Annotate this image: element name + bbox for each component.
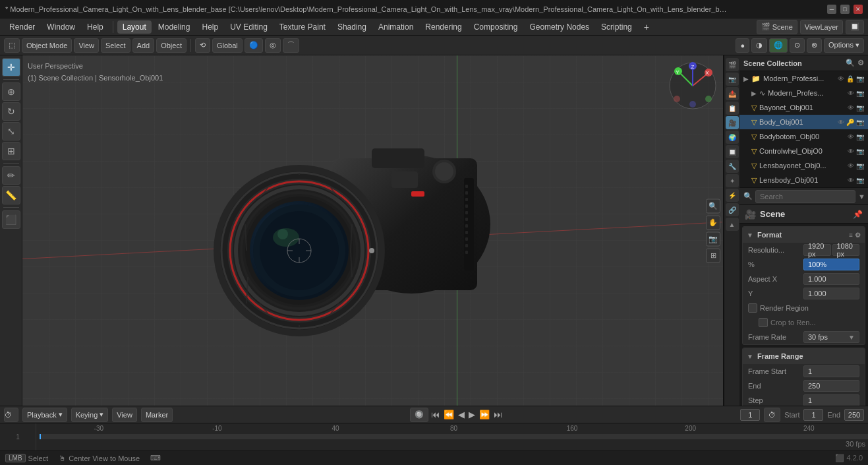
outliner-item-mesh-5[interactable]: ▽ Lensbayonet_Obj0... 👁 📷 [739,158,868,173]
menu-help[interactable]: Help [82,20,109,34]
frame-end-input[interactable]: 250 [844,409,864,421]
menu-rendering[interactable]: Rendering [420,20,467,34]
viewport-display-toggle[interactable]: ⬚ [4,38,20,53]
scene-selector[interactable]: 🎬Scene [757,20,797,34]
outliner-item-mesh-2[interactable]: ▽ Body_Obj001 👁 🔑 📷 [739,115,868,129]
format-list-icon[interactable]: ≡ [849,232,853,239]
play-reverse-button[interactable]: ◀ [457,410,466,419]
menu-texture-paint[interactable]: Texture Paint [274,20,331,34]
jump-to-end-button[interactable]: ⏭ [492,410,504,419]
timeline-ruler[interactable]: 1 -30 -10 40 80 160 200 240 30 fps [0,423,868,450]
pin-icon[interactable]: 📌 [853,210,863,219]
outliner-item-mesh-4[interactable]: ▽ Controlwhel_ObjO0 👁 📷 [739,144,868,158]
menu-window[interactable]: Window [42,20,80,34]
viewport-shading-solid[interactable]: ● [736,38,749,53]
props-icon-scene2[interactable]: 🎥 [726,116,739,129]
viewport-3d[interactable]: User Perspective (1) Scene Collection | … [22,55,723,406]
props-icon-scene[interactable]: 🎬 [726,58,739,71]
outliner-settings-icon[interactable]: ⚙ [857,59,864,67]
select-menu[interactable]: Select [101,38,130,53]
resolution-y-value[interactable]: 1080 px [832,244,860,256]
props-icon-view-layer[interactable]: 📋 [726,102,739,115]
view-menu[interactable]: View [74,38,99,53]
tool-scale[interactable]: ⤡ [2,122,20,140]
close-button[interactable]: ✕ [854,5,863,14]
menu-compositing[interactable]: Compositing [469,20,523,34]
menu-scripting[interactable]: Scripting [596,20,637,34]
render-region-checkbox[interactable] [748,303,757,313]
options-menu[interactable]: Options ▾ [824,38,864,53]
aspect-x-value[interactable]: 1.000 [803,273,859,285]
format-section-header[interactable]: ▼ Format ≡ ⚙ [743,227,865,243]
current-frame-input[interactable]: 1 [740,409,760,421]
viewport-shading-render[interactable]: 🌐 [769,38,788,53]
grid-view-icon[interactable]: ⊞ [706,248,720,263]
props-icon-world[interactable]: 🌍 [726,131,739,144]
timeline-loop-icon[interactable]: 🔘 [410,408,428,422]
transform-orientation[interactable]: Global [212,38,243,53]
camera-view-icon[interactable]: 📷 [706,232,720,246]
frame-start-value[interactable]: 1 [803,365,859,377]
outliner-item-mesh-3[interactable]: ▽ Bodybotom_Obj00 👁 📷 [739,129,868,144]
navigation-gizmo[interactable]: X Y Z [668,61,718,111]
frame-range-section-header[interactable]: ▼ Frame Range [743,348,865,364]
zoom-in-icon[interactable]: 🔍 [706,199,720,213]
resolution-pct-value[interactable]: 100% [803,259,859,270]
menu-animation[interactable]: Animation [373,20,419,34]
tool-rotate[interactable]: ↻ [2,102,20,121]
search-input[interactable] [755,190,855,203]
render-button[interactable]: 🔲 [846,20,864,34]
timeline-view-menu[interactable]: View [112,408,137,422]
tool-measure[interactable]: 📏 [2,186,20,204]
props-icon-constraints[interactable]: 🔗 [726,203,739,216]
tool-annotate[interactable]: ✏ [2,166,20,185]
props-icon-output[interactable]: 📤 [726,87,739,100]
tool-cursor[interactable]: ✛ [2,58,20,77]
prev-keyframe-button[interactable]: ⏪ [442,410,455,419]
outliner-item-mesh-6[interactable]: ▽ Lensbody_Obj001 👁 📷 [739,173,868,187]
proportional-edit[interactable]: ◎ [265,38,281,53]
outliner-item-mesh-1[interactable]: ▽ Bayonet_Obj001 👁 📷 [739,100,868,115]
pivot-point[interactable]: ⟲ [195,38,210,53]
crop-checkbox[interactable] [759,318,768,327]
mode-selector[interactable]: Object Mode [22,38,72,53]
tool-add-cube[interactable]: ⬛ [2,210,20,229]
next-keyframe-button[interactable]: ⏩ [478,410,491,419]
outliner-item-root-collection[interactable]: ▶ 📁 Modern_Professi... 👁 🔒 📷 [739,71,868,86]
end-value[interactable]: 250 [803,380,859,392]
aspect-y-value[interactable]: 1.000 [803,288,859,299]
xray-toggle[interactable]: ⊗ [807,38,822,53]
maximize-button[interactable]: □ [840,5,850,14]
tool-transform[interactable]: ⊞ [2,142,20,160]
format-settings-icon[interactable]: ⚙ [855,232,861,239]
frame-start-input[interactable]: 1 [803,409,823,421]
menu-layout[interactable]: Layout [117,20,152,34]
outliner-filter-icon[interactable]: 🔍 [846,59,855,67]
snap-toggle[interactable]: 🔵 [245,38,263,53]
menu-render[interactable]: Render [4,20,40,34]
props-icon-particles[interactable]: ✦ [726,174,739,187]
playback-menu[interactable]: Playback▾ [22,408,67,422]
play-button[interactable]: ▶ [467,410,477,419]
menu-uv-editing[interactable]: UV Editing [225,20,273,34]
menu-modeling[interactable]: Modeling [153,20,196,34]
props-icon-object[interactable]: 🔲 [726,145,739,158]
view-layer-selector[interactable]: ViewLayer [800,20,843,34]
props-icon-physics[interactable]: ⚡ [726,189,739,202]
props-icon-data[interactable]: ▲ [726,218,739,231]
viewport-shading-mat[interactable]: ◑ [751,38,767,53]
minimize-button[interactable]: ─ [827,5,836,14]
menu-add-workspace[interactable]: + [639,20,654,34]
overlay-toggle[interactable]: ⊙ [790,38,805,53]
hand-icon[interactable]: ✋ [706,215,720,230]
marker-menu[interactable]: Marker [141,408,173,422]
falloff-type[interactable]: ⌒ [283,38,299,53]
menu-shading[interactable]: Shading [332,20,372,34]
outliner-item-mesh-0[interactable]: ▶ ∿ Modern_Profes... 👁 📷 [739,86,868,100]
step-value[interactable]: 1 [803,394,859,406]
search-options-icon[interactable]: ▼ [858,193,865,201]
add-menu[interactable]: Add [132,38,155,53]
tool-move[interactable]: ⊕ [2,82,20,101]
menu-geometry-nodes[interactable]: Geometry Nodes [524,20,594,34]
props-icon-modifier[interactable]: 🔧 [726,160,739,173]
